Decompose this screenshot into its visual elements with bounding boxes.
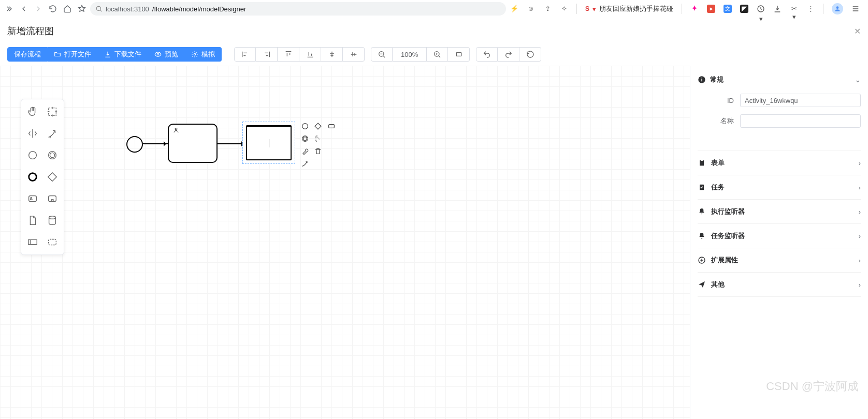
- redo-button[interactable]: [498, 47, 519, 62]
- bookmark[interactable]: S▾ 朋友回应新娘扔手捧花碰伤: [585, 4, 673, 13]
- acc-task-listener[interactable]: 任务监听器›: [698, 224, 861, 248]
- ext-history-icon[interactable]: ▾: [757, 5, 765, 13]
- star-icon[interactable]: [78, 5, 86, 13]
- page-header: 新增流程图 ✕: [0, 18, 868, 43]
- close-icon[interactable]: ✕: [854, 26, 861, 36]
- svg-point-4: [194, 53, 196, 55]
- ext-download-icon[interactable]: [773, 5, 782, 13]
- svg-point-0: [96, 6, 100, 10]
- hamburger-icon[interactable]: [851, 5, 860, 13]
- download-button[interactable]: 下载文件: [98, 47, 148, 62]
- svg-rect-27: [701, 78, 702, 78]
- simulate-button[interactable]: 模拟: [185, 47, 222, 62]
- intermediate-event-tool[interactable]: [44, 146, 61, 164]
- history-group: [476, 47, 541, 62]
- ext-more-icon[interactable]: ⋮: [806, 5, 815, 13]
- section-general[interactable]: 常规 ⌄: [698, 71, 861, 88]
- end-event-tool[interactable]: [24, 168, 41, 186]
- acc-extension[interactable]: 扩展属性›: [698, 248, 861, 273]
- align-right-button[interactable]: [256, 47, 278, 62]
- svg-point-24: [303, 137, 307, 141]
- acc-other[interactable]: 其他›: [698, 273, 861, 297]
- svg-point-11: [50, 153, 54, 157]
- svg-point-9: [29, 152, 37, 159]
- start-event-tool[interactable]: [24, 146, 41, 164]
- flash-icon[interactable]: ⚡: [510, 5, 518, 13]
- page-title: 新增流程图: [7, 25, 54, 37]
- align-center-h-button[interactable]: [321, 47, 343, 62]
- align-bottom-button[interactable]: [299, 47, 321, 62]
- extensions-strip: ⚡ ☺ ⇪ ✧ S▾ 朋友回应新娘扔手捧花碰伤 ▸ 文 ◤ ▾ ✂▾ ⋮: [510, 3, 863, 14]
- ext-flag-icon[interactable]: ◤: [740, 5, 748, 13]
- gear-icon: [191, 51, 198, 58]
- sequence-flow-2[interactable]: [218, 143, 245, 144]
- overflow-chevrons-icon[interactable]: [5, 5, 13, 13]
- ctx-gateway-icon[interactable]: [313, 122, 323, 131]
- svg-rect-15: [49, 196, 56, 202]
- user-task[interactable]: [168, 124, 218, 163]
- zoom-in-button[interactable]: [426, 47, 448, 62]
- svg-rect-7: [456, 53, 461, 56]
- ext-scissors-icon[interactable]: ✂▾: [790, 5, 798, 13]
- ctx-trash-icon[interactable]: [313, 146, 323, 156]
- ext-translate-icon[interactable]: 文: [724, 5, 732, 13]
- ctx-annotation-icon[interactable]: [313, 134, 323, 143]
- name-row: 名称: [698, 112, 861, 130]
- back-icon[interactable]: [20, 5, 28, 13]
- reset-button[interactable]: [519, 47, 541, 62]
- undo-button[interactable]: [476, 47, 498, 62]
- ctx-wrench-icon[interactable]: [300, 146, 310, 156]
- svg-rect-16: [51, 200, 53, 201]
- eye-icon: [154, 51, 162, 58]
- smiley-icon[interactable]: ☺: [527, 5, 535, 13]
- zoom-fit-button[interactable]: [448, 47, 470, 62]
- align-center-v-button[interactable]: [343, 47, 365, 62]
- sparkle-icon[interactable]: ✧: [560, 5, 568, 13]
- group-tool[interactable]: [44, 233, 61, 251]
- align-top-button[interactable]: [278, 47, 299, 62]
- ctx-event-icon[interactable]: [300, 122, 310, 131]
- share-icon[interactable]: ⇪: [543, 5, 552, 13]
- hand-tool[interactable]: [24, 102, 41, 121]
- svg-point-12: [29, 173, 37, 181]
- align-left-button[interactable]: [234, 47, 256, 62]
- acc-exec-listener[interactable]: 执行监听器›: [698, 200, 861, 224]
- name-input[interactable]: [740, 114, 861, 128]
- id-input[interactable]: [740, 94, 861, 107]
- name-label: 名称: [698, 116, 734, 126]
- user-task-tool[interactable]: [24, 189, 41, 208]
- connect-tool[interactable]: [44, 124, 61, 143]
- ctx-connect-icon[interactable]: [300, 159, 310, 168]
- reload-icon[interactable]: [49, 5, 57, 13]
- acc-form[interactable]: 表单›: [698, 151, 861, 175]
- home-icon[interactable]: [63, 5, 71, 13]
- data-object-tool[interactable]: [24, 211, 41, 230]
- ctx-intermediate-icon[interactable]: [300, 134, 310, 143]
- plus-circle-icon: [698, 256, 706, 264]
- align-group: [234, 47, 365, 62]
- lasso-tool[interactable]: [44, 102, 61, 121]
- avatar[interactable]: [832, 3, 843, 14]
- url-bar[interactable]: localhost:3100/flowable/model/modelDesig…: [90, 2, 506, 16]
- space-tool[interactable]: [24, 124, 41, 143]
- url-host: localhost:3100: [106, 5, 149, 13]
- data-store-tool[interactable]: [44, 211, 61, 230]
- ext-doc-icon[interactable]: ▸: [707, 5, 715, 13]
- zoom-out-button[interactable]: [371, 47, 393, 62]
- task-selected[interactable]: [242, 122, 295, 164]
- save-button[interactable]: 保存流程: [7, 47, 48, 62]
- start-event[interactable]: [126, 136, 143, 153]
- ext-sparkle-icon[interactable]: [690, 5, 699, 13]
- call-activity-tool[interactable]: [44, 189, 61, 208]
- acc-task[interactable]: 任务›: [698, 175, 861, 200]
- svg-point-3: [157, 53, 159, 55]
- gateway-tool[interactable]: [44, 168, 61, 186]
- preview-button[interactable]: 预览: [148, 47, 185, 62]
- accordion: 表单› 任务› 执行监听器› 任务监听器› 扩展属性› 其他›: [698, 151, 861, 297]
- canvas[interactable]: [0, 66, 690, 419]
- open-button[interactable]: 打开文件: [48, 47, 98, 62]
- forward-icon: [34, 5, 42, 13]
- pool-tool[interactable]: [24, 233, 41, 251]
- ctx-task-icon[interactable]: [327, 122, 336, 131]
- sequence-flow-1[interactable]: [143, 143, 168, 144]
